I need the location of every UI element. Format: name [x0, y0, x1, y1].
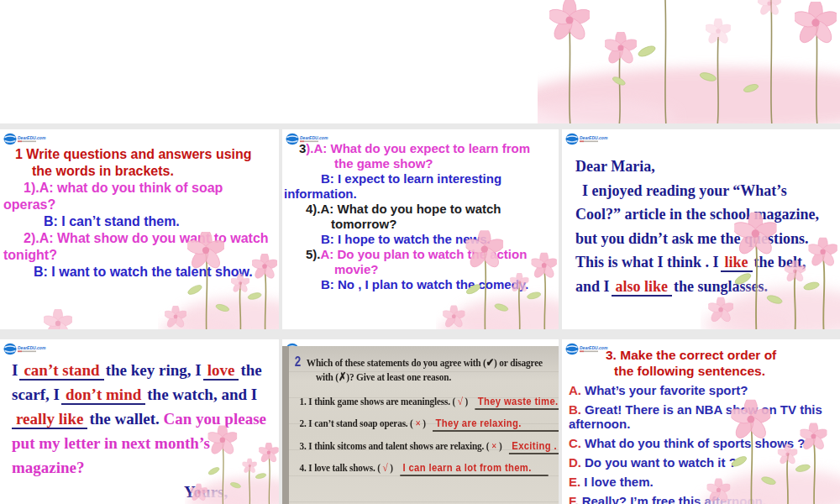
fill-in-answer: love	[203, 361, 239, 381]
letter-text: Ican’t standthe key ring, Ilovethe scarf…	[12, 358, 276, 504]
slide-thumbnail-5[interactable]: DearEDU.com 2Which of these statements d…	[282, 339, 559, 504]
letter-line: scarf, Idon’t mindthe watch, and I	[12, 382, 276, 407]
exercise-title: 2Which of these statements do you agree …	[289, 346, 516, 386]
sentence-item: B.Great! There is an NBA show on TV this…	[569, 402, 835, 431]
sentence-list: A.What’s your favorite sport? B.Great! T…	[569, 383, 835, 504]
letter-signature: Yours,	[184, 480, 276, 504]
letter-line: and Ialso likethe sunglasses.	[575, 275, 837, 299]
question-line: 5).A: Do you plan to watch the action	[282, 247, 559, 262]
answer-line: B: I expect to learn interesting	[282, 171, 559, 186]
slide-thumbnail-6[interactable]: DearEDU.com 3. Make the correct order of…	[562, 339, 840, 504]
sentence-item: E.I love them.	[569, 475, 835, 489]
sentence-item: F.Really? I’m free this afternoon.	[569, 494, 835, 504]
item-letter: F.	[569, 494, 579, 504]
letter-line: I enjoyed reading your “What’s	[575, 179, 837, 203]
item-number: 5).	[306, 247, 321, 261]
item-letter: E.	[569, 475, 580, 489]
handwritten-answer: They waste time.	[475, 396, 559, 410]
logo-text: DearEDU.com	[300, 135, 328, 140]
scanned-exercise: 2Which of these statements do you agree …	[282, 346, 559, 504]
item-letter: D.	[569, 455, 581, 470]
exercise-item: 2. I can’t stand soap operas. (×)They ar…	[289, 417, 532, 430]
slide-thumbnail-2[interactable]: DearEDU.com 3).A: What do you expect to …	[282, 129, 559, 329]
sentence-item: C.What do you think of sports shows ?	[569, 436, 835, 450]
letter-line: really likethe wallet. Can you please	[12, 407, 276, 431]
item-letter: C.	[569, 436, 581, 450]
question-line: 4).A: What do you hope to watch	[282, 202, 559, 217]
question-line: operas?	[0, 197, 279, 213]
question-line: tomorrow?	[282, 217, 559, 232]
floral-decoration	[538, 0, 840, 123]
dearedu-logo: DearEDU.com	[3, 343, 62, 355]
letter-salutation: Dear Maria,	[575, 155, 837, 179]
sentence-item: D.Do you want to watch it ?	[569, 455, 835, 470]
letter-line: Cool?” article in the school magazine,	[575, 202, 837, 227]
fill-in-answer: also like	[612, 278, 673, 297]
exercise-item: 3. I think sitcoms and talent shows are …	[289, 440, 532, 453]
cross-mark: ×	[415, 417, 420, 429]
check-mark: √	[383, 462, 388, 474]
fill-in-answer: can’t stand	[19, 361, 103, 381]
logo-text: DearEDU.com	[580, 135, 608, 140]
slide-thumbnail-4[interactable]: DearEDU.com Ican’t standthe key ring, Il…	[0, 339, 279, 504]
logo-text: DearEDU.com	[18, 345, 46, 350]
exercise-title-line: the words in brackets.	[0, 163, 279, 180]
exercise-item: 4. I love talk shows. (√)I can learn a l…	[289, 462, 532, 475]
slide-thumbnail-1[interactable]: DearEDU.com 1 Write questions and answer…	[0, 129, 279, 329]
logo-text: DearEDU.com	[18, 135, 46, 140]
exercise-item-list: 1. I think game shows are meaningless. (…	[289, 396, 559, 475]
exercise-title-line: 1 Write questions and answers using	[0, 146, 279, 163]
handwritten-answer: They are relaxing.	[433, 417, 559, 432]
letter-line: put my letter in next month’s	[12, 431, 276, 455]
question-line: tonight?	[0, 247, 279, 264]
slide2-text: 3).A: What do you expect to learn from t…	[282, 141, 559, 292]
answer-line: B: I can’t stand them.	[0, 213, 279, 230]
question-line: 1).A: what do you think of soap	[0, 180, 279, 197]
handwritten-answer: I can learn a lot from them.	[400, 462, 549, 476]
answer-line: B: I want to watch the talent show.	[0, 264, 279, 281]
dearedu-logo: DearEDU.com	[565, 133, 624, 145]
item-letter: B.	[569, 402, 581, 417]
slide1-text: 1 Write questions and answers using the …	[0, 146, 279, 281]
fill-in-answer: like	[721, 254, 753, 272]
handwritten-answer: Exciting .	[509, 440, 559, 454]
letter-line: magazine?	[12, 455, 276, 480]
slide-thumbnail-3[interactable]: DearEDU.com Dear Maria, I enjoyed readin…	[562, 129, 840, 329]
fill-in-answer: really like	[12, 410, 87, 429]
floral-decoration	[40, 306, 76, 329]
item-letter: A.	[569, 383, 581, 397]
slide-sorter-canvas: DearEDU.com 1 Write questions and answer…	[0, 0, 840, 504]
question-line: 2).A: What show do you want to watch	[0, 230, 279, 247]
answer-line: B: I hope to watch the news.	[282, 232, 559, 247]
fill-in-answer: don’t mind	[61, 386, 145, 405]
cross-mark: ×	[491, 440, 496, 452]
dearedu-logo: DearEDU.com	[3, 133, 62, 145]
letter-line: Ican’t standthe key ring, Ilovethe	[12, 358, 276, 382]
partial-slide-top[interactable]	[0, 0, 840, 123]
letter-text: Dear Maria, I enjoyed reading your “What…	[575, 155, 837, 298]
letter-line: This is what I think . Ilikethe belt,	[575, 250, 837, 275]
exercise-title: 3. Make the correct order of the followi…	[562, 347, 840, 379]
check-mark: √	[458, 396, 463, 407]
question-line: movie?	[282, 262, 559, 277]
sentence-item: A.What’s your favorite sport?	[569, 383, 835, 397]
exercise-item: 1. I think game shows are meaningless. (…	[289, 396, 532, 408]
answer-line: B: No , I plan to watch the comedy.	[282, 277, 559, 292]
question-line: 3).A: What do you expect to learn from	[282, 141, 559, 156]
question-line: the game show?	[282, 156, 559, 171]
answer-line: information.	[282, 186, 559, 202]
exercise-number: 2	[295, 354, 301, 369]
letter-line: but you didn’t ask me the questions.	[575, 227, 837, 251]
